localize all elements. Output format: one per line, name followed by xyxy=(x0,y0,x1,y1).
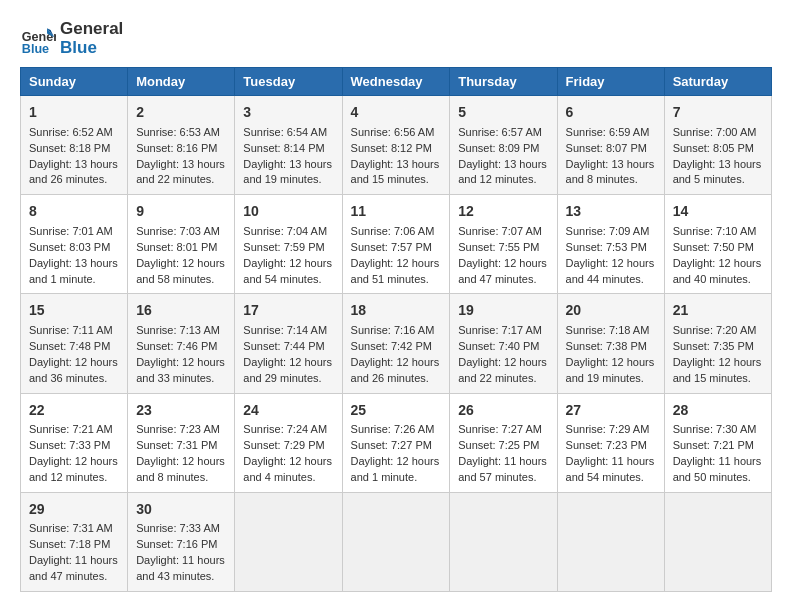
day-info: and 22 minutes. xyxy=(458,371,548,387)
day-number: 22 xyxy=(29,400,119,420)
day-info: Sunset: 7:16 PM xyxy=(136,537,226,553)
day-info: and 51 minutes. xyxy=(351,272,442,288)
day-cell-19: 19Sunrise: 7:17 AMSunset: 7:40 PMDayligh… xyxy=(450,294,557,393)
day-cell-29: 29Sunrise: 7:31 AMSunset: 7:18 PMDayligh… xyxy=(21,492,128,591)
day-number: 18 xyxy=(351,300,442,320)
day-info: Sunrise: 7:06 AM xyxy=(351,224,442,240)
day-number: 21 xyxy=(673,300,763,320)
day-info: and 4 minutes. xyxy=(243,470,333,486)
day-info: Sunrise: 7:17 AM xyxy=(458,323,548,339)
day-info: Daylight: 12 hours xyxy=(136,454,226,470)
day-info: Sunrise: 7:24 AM xyxy=(243,422,333,438)
empty-cell xyxy=(557,492,664,591)
col-tuesday: Tuesday xyxy=(235,68,342,96)
day-info: Daylight: 12 hours xyxy=(673,256,763,272)
day-cell-10: 10Sunrise: 7:04 AMSunset: 7:59 PMDayligh… xyxy=(235,195,342,294)
day-info: and 47 minutes. xyxy=(29,569,119,585)
day-info: Sunrise: 7:33 AM xyxy=(136,521,226,537)
day-cell-17: 17Sunrise: 7:14 AMSunset: 7:44 PMDayligh… xyxy=(235,294,342,393)
day-info: Sunrise: 7:00 AM xyxy=(673,125,763,141)
day-info: Sunset: 7:21 PM xyxy=(673,438,763,454)
day-info: Sunset: 7:27 PM xyxy=(351,438,442,454)
day-cell-30: 30Sunrise: 7:33 AMSunset: 7:16 PMDayligh… xyxy=(128,492,235,591)
day-number: 2 xyxy=(136,102,226,122)
day-number: 23 xyxy=(136,400,226,420)
day-cell-6: 6Sunrise: 6:59 AMSunset: 8:07 PMDaylight… xyxy=(557,96,664,195)
day-info: Sunrise: 7:20 AM xyxy=(673,323,763,339)
logo: General Blue General Blue xyxy=(20,20,123,57)
empty-cell xyxy=(235,492,342,591)
day-number: 4 xyxy=(351,102,442,122)
col-monday: Monday xyxy=(128,68,235,96)
day-info: Sunset: 8:05 PM xyxy=(673,141,763,157)
day-number: 10 xyxy=(243,201,333,221)
day-number: 26 xyxy=(458,400,548,420)
day-info: Daylight: 12 hours xyxy=(243,256,333,272)
day-info: and 22 minutes. xyxy=(136,172,226,188)
day-info: Daylight: 11 hours xyxy=(673,454,763,470)
day-cell-9: 9Sunrise: 7:03 AMSunset: 8:01 PMDaylight… xyxy=(128,195,235,294)
day-info: and 15 minutes. xyxy=(673,371,763,387)
col-saturday: Saturday xyxy=(664,68,771,96)
day-info: and 26 minutes. xyxy=(351,371,442,387)
day-cell-24: 24Sunrise: 7:24 AMSunset: 7:29 PMDayligh… xyxy=(235,393,342,492)
day-info: Daylight: 11 hours xyxy=(458,454,548,470)
day-info: and 8 minutes. xyxy=(566,172,656,188)
day-info: Sunset: 7:31 PM xyxy=(136,438,226,454)
day-cell-22: 22Sunrise: 7:21 AMSunset: 7:33 PMDayligh… xyxy=(21,393,128,492)
day-cell-7: 7Sunrise: 7:00 AMSunset: 8:05 PMDaylight… xyxy=(664,96,771,195)
col-thursday: Thursday xyxy=(450,68,557,96)
day-info: and 19 minutes. xyxy=(243,172,333,188)
day-info: Daylight: 11 hours xyxy=(29,553,119,569)
day-info: Sunrise: 6:57 AM xyxy=(458,125,548,141)
day-cell-14: 14Sunrise: 7:10 AMSunset: 7:50 PMDayligh… xyxy=(664,195,771,294)
calendar-week-1: 1Sunrise: 6:52 AMSunset: 8:18 PMDaylight… xyxy=(21,96,772,195)
day-number: 29 xyxy=(29,499,119,519)
day-number: 16 xyxy=(136,300,226,320)
day-info: and 54 minutes. xyxy=(243,272,333,288)
day-number: 25 xyxy=(351,400,442,420)
day-cell-11: 11Sunrise: 7:06 AMSunset: 7:57 PMDayligh… xyxy=(342,195,450,294)
day-info: Sunrise: 7:18 AM xyxy=(566,323,656,339)
day-cell-15: 15Sunrise: 7:11 AMSunset: 7:48 PMDayligh… xyxy=(21,294,128,393)
day-info: Sunrise: 7:16 AM xyxy=(351,323,442,339)
day-info: Sunrise: 7:21 AM xyxy=(29,422,119,438)
col-wednesday: Wednesday xyxy=(342,68,450,96)
day-info: Daylight: 12 hours xyxy=(673,355,763,371)
page-header: General Blue General Blue xyxy=(20,20,772,57)
day-info: Sunset: 7:35 PM xyxy=(673,339,763,355)
day-info: Sunrise: 7:23 AM xyxy=(136,422,226,438)
logo-icon: General Blue xyxy=(20,21,56,57)
day-info: Sunrise: 7:31 AM xyxy=(29,521,119,537)
day-info: and 1 minute. xyxy=(29,272,119,288)
day-number: 8 xyxy=(29,201,119,221)
day-info: Daylight: 13 hours xyxy=(29,256,119,272)
day-info: Sunset: 7:18 PM xyxy=(29,537,119,553)
day-number: 15 xyxy=(29,300,119,320)
empty-cell xyxy=(450,492,557,591)
day-number: 7 xyxy=(673,102,763,122)
day-info: and 12 minutes. xyxy=(458,172,548,188)
day-info: Daylight: 12 hours xyxy=(458,355,548,371)
day-info: and 43 minutes. xyxy=(136,569,226,585)
day-cell-13: 13Sunrise: 7:09 AMSunset: 7:53 PMDayligh… xyxy=(557,195,664,294)
day-number: 6 xyxy=(566,102,656,122)
day-info: Daylight: 12 hours xyxy=(351,454,442,470)
day-info: Daylight: 13 hours xyxy=(673,157,763,173)
day-number: 20 xyxy=(566,300,656,320)
day-cell-18: 18Sunrise: 7:16 AMSunset: 7:42 PMDayligh… xyxy=(342,294,450,393)
day-info: and 19 minutes. xyxy=(566,371,656,387)
day-info: and 5 minutes. xyxy=(673,172,763,188)
day-info: and 44 minutes. xyxy=(566,272,656,288)
empty-cell xyxy=(342,492,450,591)
day-info: Sunset: 7:57 PM xyxy=(351,240,442,256)
day-info: Sunset: 8:12 PM xyxy=(351,141,442,157)
day-info: and 12 minutes. xyxy=(29,470,119,486)
day-info: Sunset: 7:55 PM xyxy=(458,240,548,256)
day-info: Sunset: 7:29 PM xyxy=(243,438,333,454)
day-info: Daylight: 12 hours xyxy=(566,256,656,272)
day-info: Sunset: 7:53 PM xyxy=(566,240,656,256)
day-info: Sunrise: 7:10 AM xyxy=(673,224,763,240)
day-info: Sunrise: 7:01 AM xyxy=(29,224,119,240)
day-info: Sunset: 7:38 PM xyxy=(566,339,656,355)
